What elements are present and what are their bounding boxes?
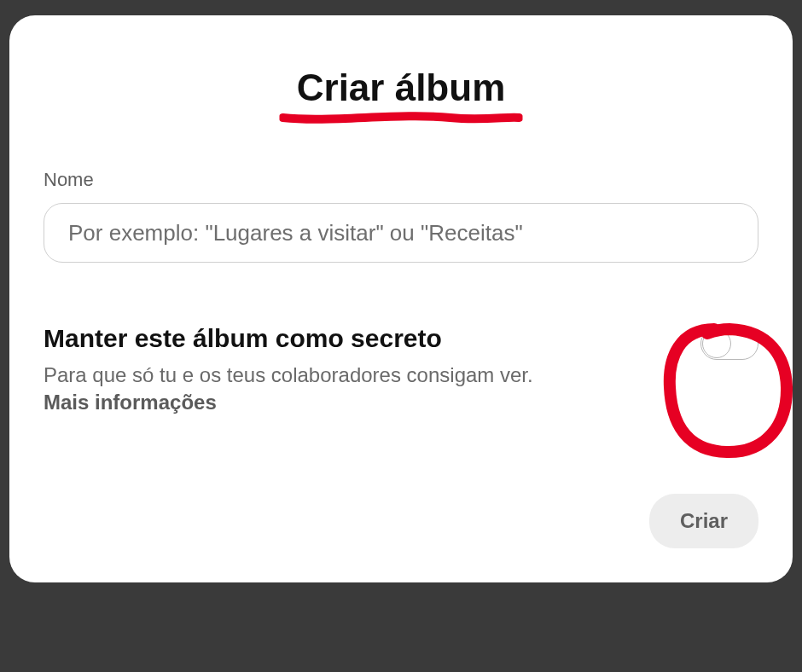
modal-title-text: Criar álbum (297, 67, 506, 108)
create-album-modal: Criar álbum Nome Manter este álbum como … (9, 15, 793, 582)
modal-footer: Criar (44, 494, 758, 548)
secret-section: Manter este álbum como secreto Para que … (44, 324, 758, 417)
secret-description-text: Para que só tu e os teus colaboradores c… (44, 363, 533, 386)
secret-toggle[interactable] (700, 327, 758, 360)
secret-heading: Manter este álbum como secreto (44, 324, 533, 353)
annotation-title-underline (280, 109, 523, 126)
secret-text-block: Manter este álbum como secreto Para que … (44, 324, 533, 417)
modal-title: Criar álbum (44, 67, 758, 109)
create-button[interactable]: Criar (649, 494, 758, 548)
toggle-knob (702, 329, 731, 358)
more-info-link[interactable]: Mais informações (44, 391, 217, 414)
album-name-input[interactable] (44, 203, 758, 263)
name-label: Nome (44, 169, 758, 191)
toggle-container (700, 324, 758, 360)
secret-description: Para que só tu e os teus colaboradores c… (44, 362, 533, 417)
